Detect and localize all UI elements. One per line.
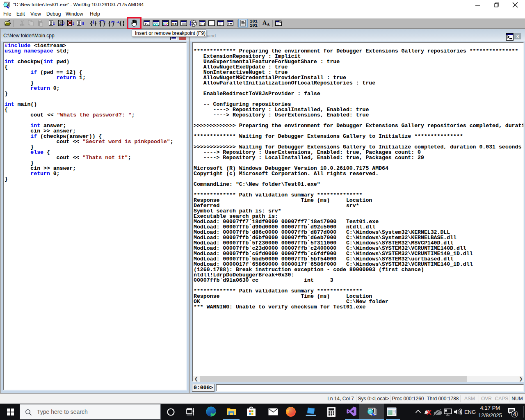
svg-text:ox: ox	[172, 22, 177, 26]
svg-text:1.0: 1.0	[200, 23, 206, 26]
svg-text:4: 4	[513, 411, 516, 417]
svg-text:A: A	[267, 22, 270, 27]
